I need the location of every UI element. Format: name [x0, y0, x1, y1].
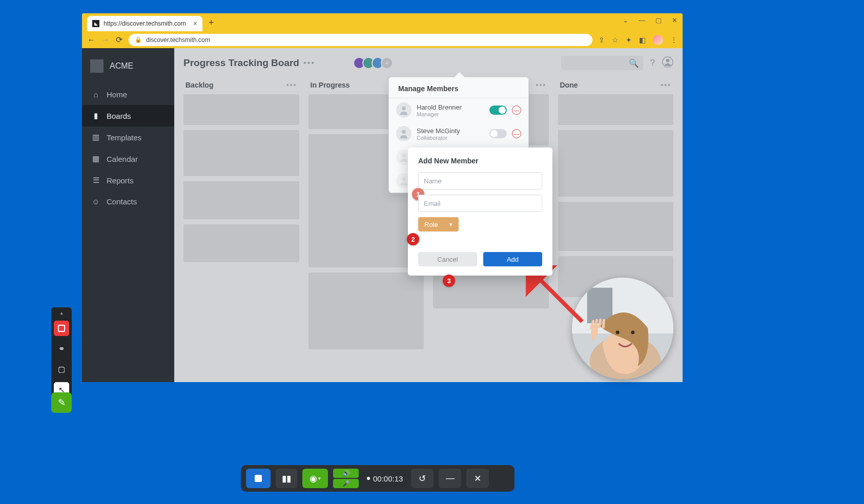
remove-member-icon[interactable]: — — [512, 129, 521, 138]
modal-title: Add New Member — [418, 157, 542, 165]
sidebar-item-home[interactable]: ⌂ Home — [82, 84, 174, 105]
sidebar-item-label: Calendar — [107, 155, 138, 163]
close-tab-icon[interactable]: × — [193, 19, 197, 28]
templates-icon: ▥ — [91, 133, 100, 142]
effects-icon[interactable]: ⚭ — [54, 341, 69, 356]
profile-avatar[interactable] — [653, 35, 663, 45]
cancel-button[interactable]: Cancel — [418, 252, 477, 266]
speaker-icon[interactable]: 🔊 — [333, 469, 359, 478]
audio-controls[interactable]: 🔊 🎤 — [333, 469, 359, 488]
chevron-down-icon: ▼ — [448, 222, 454, 227]
role-dropdown[interactable]: Role ▼ — [418, 217, 459, 232]
member-avatar — [396, 126, 412, 141]
step-badge-2: 2 — [407, 233, 419, 245]
annotate-button[interactable]: ✎ — [51, 392, 72, 413]
region-icon[interactable]: ▢ — [54, 362, 69, 377]
sidebar-item-reports[interactable]: ☰ Reports — [82, 170, 174, 191]
recording-dot-icon — [367, 477, 370, 480]
svg-point-11 — [616, 330, 620, 334]
member-name: Steve McGinty — [417, 127, 484, 135]
url-text: discover.techsmith.com — [146, 36, 210, 44]
delete-button[interactable]: — — [439, 469, 461, 488]
webcam-overlay[interactable] — [572, 278, 673, 379]
browser-menu-icon[interactable]: ⋮ — [670, 36, 677, 44]
sidebar-item-label: Contacts — [107, 197, 137, 206]
member-role: Collaborator — [417, 135, 484, 141]
reload-icon[interactable]: ⟳ — [116, 35, 122, 45]
browser-tab[interactable]: ◣ https://discover.techsmith.com × — [87, 16, 202, 31]
member-avatar — [396, 102, 412, 118]
email-input[interactable] — [418, 195, 542, 212]
reports-icon: ☰ — [91, 176, 100, 185]
recorder-bar: ▮▮ ◉▾ 🔊 🎤 00:00:13 ↺ — ✕ — [241, 465, 515, 492]
favicon-icon: ◣ — [92, 20, 99, 27]
popover-title: Manage Members — [389, 77, 528, 98]
member-toggle[interactable] — [489, 106, 507, 115]
back-icon[interactable]: ← — [87, 35, 95, 45]
timer-value: 00:00:13 — [373, 474, 403, 483]
mic-icon[interactable]: 🎤 — [333, 479, 359, 488]
add-member-modal: Add New Member 1 2 Role ▼ 3 C — [408, 148, 552, 276]
maximize-icon[interactable]: ▢ — [655, 16, 662, 24]
sidebar-item-templates[interactable]: ▥ Templates — [82, 127, 174, 148]
member-row: Steve McGinty Collaborator — — [389, 122, 528, 145]
window-controls: ⌄ — ▢ ✕ — [623, 16, 677, 24]
svg-point-2 — [402, 107, 405, 110]
new-tab-button[interactable]: + — [209, 17, 214, 28]
member-toggle[interactable] — [489, 129, 507, 138]
address-bar: ← → ⟳ 🔒 discover.techsmith.com ⇪ ☆ ✦ ◧ ⋮ — [82, 31, 683, 48]
step-badge-3: 3 — [443, 275, 455, 287]
remove-member-icon[interactable]: — — [512, 106, 521, 115]
home-icon: ⌂ — [91, 90, 100, 99]
member-role: Manager — [417, 111, 484, 117]
calendar-icon: ▦ — [91, 154, 100, 163]
sidebar-item-label: Boards — [107, 112, 131, 120]
member-name: Harold Brenner — [417, 103, 484, 111]
record-timer: 00:00:13 — [367, 474, 403, 483]
forward-icon[interactable]: → — [101, 35, 110, 45]
url-input[interactable]: 🔒 discover.techsmith.com — [129, 34, 592, 46]
sidebar-item-label: Home — [107, 90, 127, 99]
sidebar-item-label: Templates — [107, 133, 141, 142]
svg-point-12 — [631, 330, 634, 334]
extensions-icon[interactable]: ✦ — [626, 36, 632, 44]
title-bar: ◣ https://discover.techsmith.com × + ⌄ —… — [82, 13, 683, 31]
close-window-icon[interactable]: ✕ — [672, 16, 677, 24]
brand[interactable]: ACME — [82, 56, 174, 84]
logo-icon — [90, 59, 104, 73]
share-icon[interactable]: ⇪ — [599, 36, 605, 44]
svg-point-4 — [402, 154, 405, 157]
brand-name: ACME — [110, 61, 133, 71]
role-label: Role — [424, 221, 438, 228]
webcam-toggle[interactable]: ◉▾ — [302, 469, 328, 488]
close-recorder-button[interactable]: ✕ — [466, 469, 489, 488]
tab-title: https://discover.techsmith.com — [104, 20, 186, 27]
sidebar: ACME ⌂ Home ▮ Boards ▥ Templates ▦ Calen… — [82, 48, 174, 382]
lock-icon: 🔒 — [135, 36, 142, 43]
pause-button[interactable]: ▮▮ — [276, 469, 297, 488]
svg-point-5 — [402, 177, 405, 181]
sidebar-item-calendar[interactable]: ▦ Calendar — [82, 148, 174, 170]
bookmark-icon[interactable]: ☆ — [612, 36, 619, 44]
window-dropdown-icon[interactable]: ⌄ — [623, 16, 628, 24]
member-row: Harold Brenner Manager — — [389, 98, 528, 122]
minimize-icon[interactable]: — — [639, 16, 645, 24]
name-input[interactable] — [418, 172, 542, 190]
contacts-icon: ☺ — [91, 197, 100, 206]
boards-icon: ▮ — [91, 111, 100, 120]
restart-button[interactable]: ↺ — [411, 469, 434, 488]
panel-icon[interactable]: ◧ — [639, 36, 646, 44]
stop-button[interactable] — [246, 469, 271, 488]
sidebar-item-contacts[interactable]: ☺ Contacts — [82, 191, 174, 212]
add-button[interactable]: Add — [483, 252, 542, 266]
capture-tool-dock: ⚭ ▢ ↖ — [51, 307, 72, 401]
record-indicator-icon[interactable] — [54, 321, 69, 336]
sidebar-item-label: Reports — [107, 176, 134, 185]
sidebar-item-boards[interactable]: ▮ Boards — [82, 105, 174, 127]
svg-point-3 — [402, 130, 405, 134]
